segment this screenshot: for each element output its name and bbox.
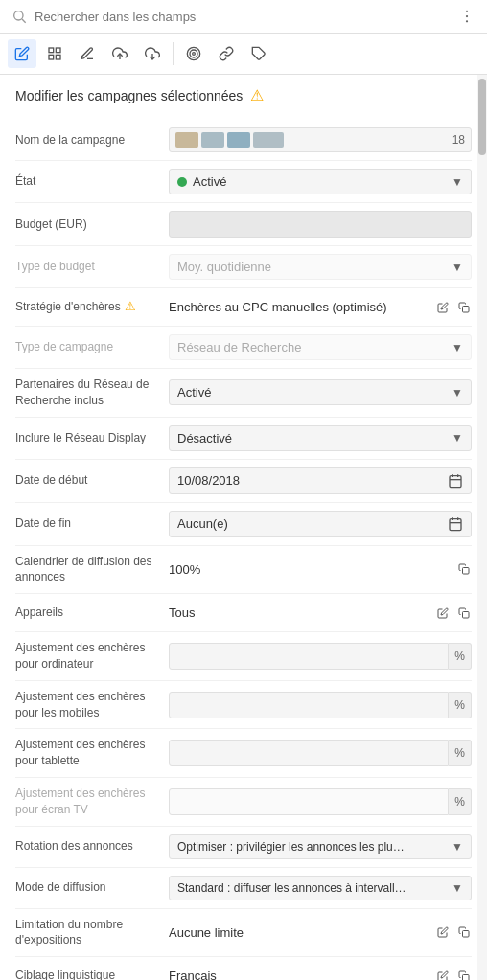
target-button[interactable] [179,39,208,68]
strategy-label: Stratégie d'enchères ⚠ [15,298,169,315]
strategy-label-with-icon: Stratégie d'enchères ⚠ [15,298,161,315]
campaign-name-label: Nom de la campagne [15,132,169,148]
start-date-value-col: 10/08/2018 [169,467,472,494]
ad-schedule-value-col: 100% [169,561,472,577]
rotation-value: Optimiser : privilégier les annonces les… [177,840,407,854]
ad-schedule-copy-icon[interactable] [456,561,472,577]
devices-value-col: Tous [169,605,472,621]
bid-mobile-label: Ajustement des enchères pour les mobiles [15,689,169,721]
svg-rect-25 [463,611,470,618]
budget-input[interactable] [169,211,472,238]
status-label: État [15,173,169,190]
svg-point-2 [466,11,468,12]
display-network-label: Inclure le Réseau Display [15,430,169,446]
rotation-label: Rotation des annonces [15,838,169,855]
budget-label: Budget (EUR) [15,217,169,233]
search-input[interactable] [35,10,303,24]
download-button[interactable] [138,39,167,68]
devices-value: Tous [169,605,429,620]
color-block-1 [175,132,198,148]
bid-desktop-pct-suffix: % [449,643,472,670]
devices-copy-icon[interactable] [456,605,472,621]
bid-mobile-input[interactable] [169,692,449,718]
bid-desktop-input[interactable] [169,643,449,670]
start-date-label: Date de début [15,472,169,489]
svg-rect-16 [450,475,461,487]
end-date-field[interactable]: Aucun(e) [169,511,472,537]
campaign-type-value-col: Réseau de Recherche ▼ [169,334,472,360]
bid-tv-row: Ajustement des enchères pour écran TV % [15,778,472,827]
campaign-type-row: Type de campagne Réseau de Recherche ▼ [15,327,472,369]
campaign-name-value: 18 [169,127,472,152]
start-date-row: Date de début 10/08/2018 [15,460,472,503]
ad-schedule-label: Calendrier de diffusion des annonces [15,554,169,586]
devices-row: Appareils Tous [15,594,472,632]
more-icon[interactable] [458,8,475,25]
budget-value-col [169,211,472,238]
budget-type-value-col: Moy. quotidienne ▼ [169,254,472,280]
bid-tv-label: Ajustement des enchères pour écran TV [15,786,169,818]
link-button[interactable] [212,39,241,68]
end-date-calendar-icon [448,516,463,532]
bid-tablet-row: Ajustement des enchères pour tablette % [15,729,472,778]
end-date-value: Aucun(e) [177,516,228,531]
search-partners-select[interactable]: Activé ▼ [169,379,472,405]
strategy-row: Stratégie d'enchères ⚠ Enchères au CPC m… [15,288,472,327]
budget-type-value: Moy. quotidienne [177,260,271,274]
status-select[interactable]: Activé ▼ [169,169,472,194]
language-value-col: Français [169,969,472,980]
delivery-chevron: ▼ [452,881,463,895]
bid-tablet-pct-suffix: % [449,740,472,766]
bid-mobile-pct-row: % [169,692,472,718]
rotation-select[interactable]: Optimiser : privilégier les annonces les… [169,834,472,859]
toolbar [0,34,487,75]
display-network-value-col: Désactivé ▼ [169,425,472,451]
color-block-2 [201,132,224,148]
svg-point-11 [187,47,199,59]
grid-button[interactable] [40,39,69,68]
display-network-chevron: ▼ [452,431,463,444]
tag-button[interactable] [244,39,273,68]
budget-type-select[interactable]: Moy. quotidienne ▼ [169,254,472,280]
bid-tv-value-col: % [169,788,472,815]
language-copy-icon[interactable] [456,969,472,980]
frequency-copy-icon[interactable] [456,924,472,940]
frequency-label: Limitation du nombre d'expositions [15,917,169,949]
delivery-value: Standard : diffuser les annonces à inter… [177,881,407,895]
language-edit-icon[interactable] [435,969,451,980]
campaign-name-input[interactable]: 18 [169,127,472,152]
frequency-value-col: Aucune limite [169,924,472,940]
upload-button[interactable] [105,39,134,68]
bid-desktop-value-col: % [169,643,472,670]
color-block-3 [227,132,250,148]
display-network-row: Inclure le Réseau Display Désactivé ▼ [15,418,472,460]
start-date-value: 10/08/2018 [177,473,240,488]
strategy-edit-icon[interactable] [435,300,451,315]
delivery-select[interactable]: Standard : diffuser les annonces à inter… [169,876,472,900]
frequency-edit-icon[interactable] [435,924,451,940]
campaign-type-chevron-icon: ▼ [452,341,463,354]
start-date-field[interactable]: 10/08/2018 [169,467,472,494]
devices-edit-icon[interactable] [435,605,451,621]
strategy-copy-icon[interactable] [456,300,472,315]
start-date-calendar-icon [448,473,463,489]
svg-point-3 [466,15,468,17]
svg-rect-20 [450,518,461,530]
status-value-col: Activé ▼ [169,169,472,194]
bid-tablet-input[interactable] [169,740,449,766]
display-network-select[interactable]: Désactivé ▼ [169,425,472,451]
pencil-button[interactable] [73,39,102,68]
search-partners-row: Partenaires du Réseau de Recherche inclu… [15,369,472,418]
scrollbar[interactable] [477,75,487,980]
campaign-type-select[interactable]: Réseau de Recherche ▼ [169,334,472,360]
status-dot [177,177,187,187]
scrollbar-thumb[interactable] [478,79,486,155]
frequency-value: Aucune limite [169,925,429,940]
edit-button[interactable] [8,39,36,68]
search-partners-value: Activé [177,385,211,399]
budget-type-chevron-icon: ▼ [452,261,463,274]
bid-tv-input[interactable] [169,788,449,815]
budget-type-row: Type de budget Moy. quotidienne ▼ [15,246,472,288]
svg-rect-24 [463,568,470,575]
page-title-row: Modifier les campagnes sélectionnées ⚠ [15,86,472,104]
